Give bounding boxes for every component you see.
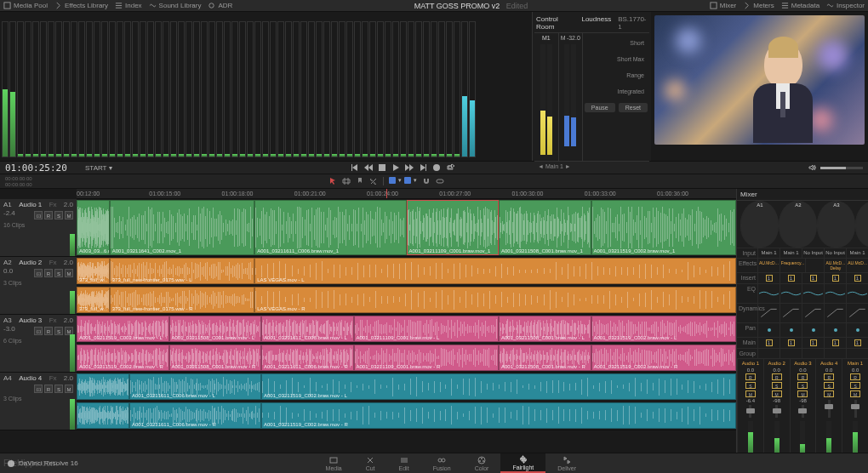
mixer-group[interactable] [802, 349, 824, 358]
mixer-input[interactable]: Main 1 [757, 248, 779, 258]
mixer-main[interactable]: 1 [779, 338, 802, 348]
play-button[interactable] [391, 163, 400, 172]
playhead[interactable] [386, 189, 387, 198]
audio-clip[interactable]: A001_03211109_C001.braw.mov_1 [407, 200, 500, 254]
snap-icon[interactable] [422, 177, 431, 185]
track-btn-S[interactable]: S [54, 211, 63, 219]
audio-clip[interactable]: A001_03211519_C002.braw.mov - R [591, 345, 737, 371]
page-tab-fusion[interactable]: Fusion [421, 453, 463, 473]
audio-clip[interactable]: A001_03211611_C006.braw.mov - L [261, 316, 354, 342]
mixer-input[interactable]: No Input [802, 248, 824, 258]
top-inspector[interactable]: Inspector [826, 2, 865, 9]
audio-clip[interactable]: 373_full_w... [77, 287, 110, 313]
mixer-main[interactable]: 1 [846, 338, 868, 348]
top-adr[interactable]: ADR [208, 2, 232, 9]
reset-button[interactable]: Reset [619, 103, 648, 112]
fader-Audio 2[interactable]: Audio 2 0.0 RSM -98 [763, 359, 790, 457]
forward-button[interactable] [405, 163, 414, 172]
track-header[interactable]: A3Audio 3Fx2.0 -3.0⊡RSM 6 Clips [0, 315, 77, 372]
audio-clip[interactable]: A001_03211519_C002.braw.mov - R [261, 402, 736, 429]
marker-blue[interactable] [404, 177, 411, 184]
audio-clip[interactable]: 373_full_w... [77, 258, 110, 284]
mixer-insert[interactable]: 1 [779, 273, 802, 283]
page-tab-edit[interactable]: Edit [387, 453, 421, 473]
track-content[interactable]: A001_03211519_C002.braw.mov - LA001_0321… [77, 315, 736, 372]
mixer-insert[interactable]: 1 [824, 273, 846, 283]
mixer-input[interactable]: Main 1 [779, 248, 802, 258]
fader-Audio 1[interactable]: Audio 1 0.0 RSM -6.4 [737, 359, 763, 457]
top-mixer[interactable]: Mixer [710, 2, 737, 9]
track-btn-⊡[interactable]: ⊡ [34, 211, 43, 219]
marker-tool[interactable] [356, 177, 364, 185]
audio-clip[interactable]: A001_03211611_C006.braw.mov_1 [254, 200, 406, 254]
audio-clip[interactable]: A001_03211519_C002.braw.mov_1 [591, 200, 737, 254]
mixer-eq[interactable] [802, 284, 824, 303]
audio-clip[interactable]: A001_03211519_C002.braw.mov - L [77, 316, 169, 342]
track-btn-R[interactable]: R [44, 385, 53, 393]
audio-clip[interactable]: A001_03211109_C001.braw.mov - R [354, 345, 500, 371]
mixer-main[interactable]: 1 [802, 338, 824, 348]
audio-clip[interactable]: A001_03211519_C002.braw.mov - L [591, 316, 737, 342]
track-btn-S[interactable]: S [54, 269, 63, 277]
mixer-pan[interactable] [824, 323, 846, 337]
volume-slider[interactable] [820, 167, 863, 169]
track-btn-⊡[interactable]: ⊡ [34, 269, 43, 277]
mixer-ch-A3[interactable]: A3 [817, 201, 855, 248]
volume-icon[interactable] [808, 163, 817, 172]
fader-Audio 4[interactable]: Audio 4 0.0 RSM [815, 359, 842, 457]
mixer-fx[interactable] [805, 259, 824, 272]
razor-tool[interactable] [369, 177, 378, 185]
mixer-fx[interactable]: AU.McD... Delay [824, 259, 846, 272]
mixer-pan[interactable] [779, 323, 802, 337]
mixer-insert[interactable]: 1 [757, 273, 779, 283]
audio-clip[interactable] [77, 373, 129, 400]
page-tab-fairlight[interactable]: Fairlight [500, 453, 545, 473]
track-btn-R[interactable]: R [44, 211, 53, 219]
top-meters[interactable]: Meters [743, 2, 774, 9]
mixer-ch-A2[interactable]: A2 [779, 201, 817, 248]
track-btn-⊡[interactable]: ⊡ [34, 385, 43, 393]
mixer-eq[interactable] [757, 284, 779, 303]
audio-clip[interactable]: A001_03211508_C001.braw.mov - L [169, 316, 262, 342]
audio-clip[interactable]: 373_full_new-frontier_0175.wav - L [110, 258, 255, 284]
fader-Main 1[interactable]: Main 1 0.0 RSM [842, 359, 868, 457]
track-btn-S[interactable]: S [54, 327, 63, 335]
page-tab-color[interactable]: Color [463, 453, 501, 473]
timeline-ruler[interactable]: 00:12:0001:00:15:0001:00:18:0001:00:21:0… [77, 189, 736, 199]
audio-clip[interactable]: A001_03211611_C006.braw.mov - R [129, 402, 261, 429]
audio-clip[interactable]: A001_03211611_C006.braw.mov - R [261, 345, 354, 371]
rewind-button[interactable] [364, 163, 373, 172]
audio-clip[interactable]: A001_03211519_C002.braw.mov - L [261, 373, 736, 400]
stop-button[interactable] [378, 163, 386, 172]
mixer-dyn[interactable] [779, 304, 802, 322]
mixer-insert[interactable]: 1 [802, 273, 824, 283]
range-tool[interactable] [342, 177, 351, 185]
pause-button[interactable]: Pause [585, 103, 615, 112]
mixer-pan[interactable] [802, 323, 824, 337]
mixer-input[interactable]: Main 1 [846, 248, 868, 258]
mixer-dyn[interactable] [824, 304, 846, 322]
link-icon[interactable] [436, 177, 444, 185]
mixer-group[interactable] [757, 349, 779, 358]
audio-clip[interactable]: A001_03211508_C001.braw.mov - R [169, 345, 262, 371]
track-btn-R[interactable]: R [44, 269, 53, 277]
mixer-dyn[interactable] [802, 304, 824, 322]
page-tab-cut[interactable]: Cut [354, 453, 387, 473]
audio-clip[interactable]: A001_03211508_C001.braw.mov - L [499, 316, 591, 342]
next-button[interactable] [419, 163, 427, 172]
mixer-fx[interactable]: AU.McD... [757, 259, 779, 272]
track-content[interactable]: 373_full_w...373_full_new-frontier_0175.… [77, 257, 736, 314]
flag-blue[interactable] [389, 177, 396, 184]
loudness-standard[interactable]: BS.1770-1 [618, 15, 648, 31]
track-btn-S[interactable]: S [54, 385, 63, 393]
audio-clip[interactable]: A001_03211109_C001.braw.mov - L [354, 316, 500, 342]
top-sound-library[interactable]: Sound Library [149, 2, 202, 9]
top-effects-library[interactable]: Effects Library [54, 2, 108, 9]
track-header[interactable]: A2Audio 2Fx2.0 0.0⊡RSM 3 Clips [0, 257, 77, 314]
mixer-ch-A1[interactable]: A1 [740, 201, 779, 248]
audio-clip[interactable]: A001_03211508_C001.braw.mov_1 [499, 200, 591, 254]
fader-Audio 3[interactable]: Audio 3 0.0 RSM -98 [790, 359, 816, 457]
mixer-group[interactable] [824, 349, 846, 358]
mixer-insert[interactable]: 1 [846, 273, 868, 283]
top-metadata[interactable]: Metadata [781, 2, 819, 9]
